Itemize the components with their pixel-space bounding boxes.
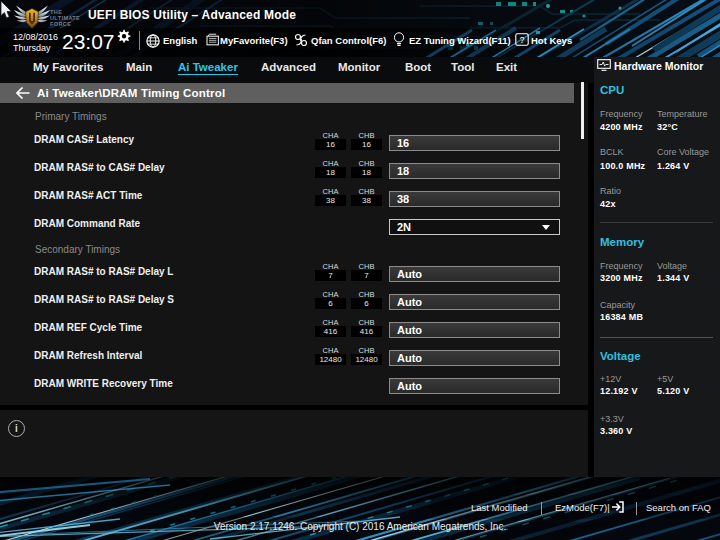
svg-text:?: ? (519, 35, 524, 45)
